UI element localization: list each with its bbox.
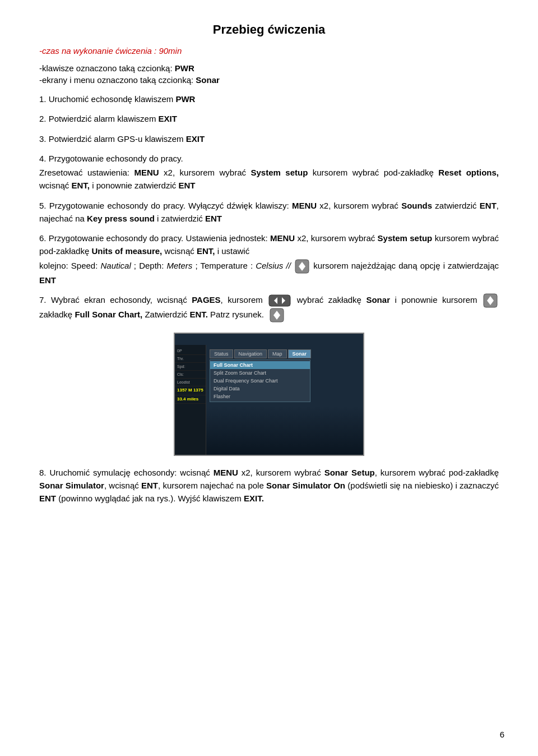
svg-rect-3 bbox=[269, 295, 290, 306]
screen-left-panel: 0P Thr. Spd: Cls: Leodist 1357 M 1375 33… bbox=[175, 345, 206, 456]
screen-tab-sonar: Sonar bbox=[288, 349, 312, 358]
list-item: 3. Potwierdzić alarm GPS-u klawiszem EXI… bbox=[39, 132, 499, 145]
item-num: 1. bbox=[39, 94, 47, 104]
list-item: 4. Przygotowanie echosondy do pracy. Zre… bbox=[39, 152, 499, 192]
screen-tab-navigation: Navigation bbox=[234, 349, 267, 358]
list-item: 8. Uruchomić symulację echosondy: wcisną… bbox=[39, 466, 499, 505]
subtitle-screens: -ekrany i menu oznaczono taką czcionką: … bbox=[39, 75, 499, 85]
screen-menu-item-splitzoom: Split Zoom Sonar Chart bbox=[210, 369, 310, 377]
item-num: 3. bbox=[39, 134, 47, 144]
item-num: 2. bbox=[39, 114, 47, 123]
screen-tab-status: Status bbox=[210, 349, 233, 358]
list-item: 5. Przygotowanie echosondy do pracy. Wył… bbox=[39, 199, 499, 225]
item-num: 4. bbox=[39, 154, 47, 163]
page-title: Przebieg ćwiczenia bbox=[39, 22, 499, 37]
screen-menu-item-dualfreq: Dual Frequency Sonar Chart bbox=[210, 377, 310, 385]
screen-menu-item-flasher: Flasher bbox=[210, 393, 310, 400]
page-number: 6 bbox=[500, 730, 504, 739]
list-item: 7. Wybrać ekran echosondy, wcisnąć PAGES… bbox=[39, 293, 499, 322]
nav-ud-icon bbox=[295, 259, 309, 274]
screen-tab-map: Map bbox=[268, 349, 287, 358]
subtitle-keys: -klawisze oznaczono taką czcionką: PWR bbox=[39, 63, 499, 73]
nav-ud-icon2 bbox=[483, 293, 498, 308]
screen-image: 0P Thr. Spd: Cls: Leodist 1357 M 1375 33… bbox=[174, 333, 364, 456]
list-item: 6. Przygotowanie echosondy do pracy. Ust… bbox=[39, 232, 499, 287]
subtitle-time: -czas na wykonanie ćwiczenia : 90min bbox=[39, 46, 499, 56]
screen-menu-item-digital: Digital Data bbox=[210, 385, 310, 393]
list-item: 1. Uruchomić echosondę klawiszem PWR bbox=[39, 93, 499, 105]
screen-menu-item-fullsonar: Full Sonar Chart bbox=[210, 361, 310, 369]
nav-ud-icon3 bbox=[270, 308, 284, 322]
nav-lr-icon bbox=[268, 294, 291, 307]
list-item: 2. Potwierdzić alarm klawiszem EXIT bbox=[39, 112, 499, 125]
